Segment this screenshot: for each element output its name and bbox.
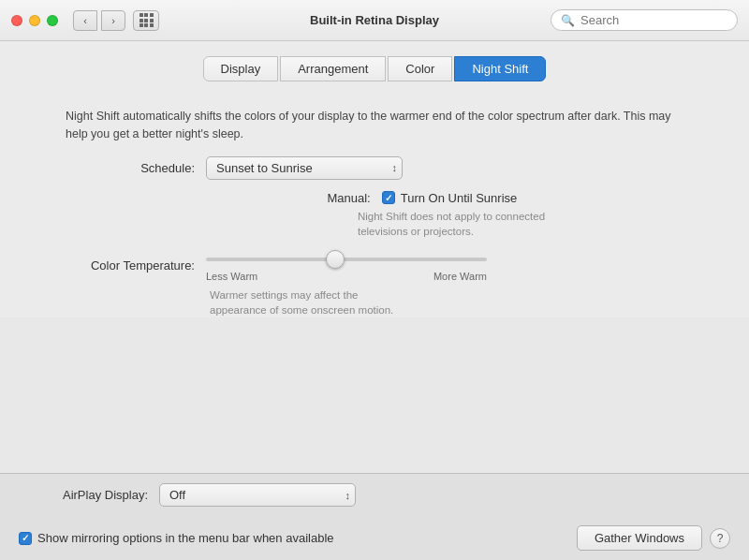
- temp-more-label: More Warm: [433, 271, 487, 282]
- tab-display[interactable]: Display: [203, 56, 279, 81]
- mirror-checkbox[interactable]: [19, 532, 32, 545]
- nav-buttons: ‹ ›: [73, 10, 125, 31]
- bottom-right: Gather Windows ?: [577, 525, 730, 551]
- forward-button[interactable]: ›: [101, 10, 125, 31]
- mirror-row: Show mirroring options in the menu bar w…: [0, 516, 749, 560]
- manual-row: Manual: Turn On Until Sunrise Night Shif…: [56, 191, 693, 239]
- back-button[interactable]: ‹: [73, 10, 97, 31]
- manual-checkbox[interactable]: [382, 191, 395, 204]
- schedule-select[interactable]: Off Custom Sunset to Sunrise: [206, 156, 403, 180]
- traffic-lights: [11, 15, 58, 26]
- manual-checkbox-text: Turn On Until Sunrise: [401, 191, 518, 205]
- schedule-row: Schedule: Off Custom Sunset to Sunrise ↕: [56, 156, 693, 180]
- search-icon: 🔍: [561, 14, 575, 27]
- gather-windows-button[interactable]: Gather Windows: [577, 525, 702, 551]
- temp-slider-container: Less Warm More Warm: [206, 250, 487, 282]
- minimize-button[interactable]: [29, 15, 40, 26]
- manual-note: Night Shift does not apply to connectedt…: [354, 209, 545, 239]
- grid-button[interactable]: [133, 10, 159, 31]
- schedule-label: Schedule:: [56, 161, 206, 175]
- temp-row: Color Temperature: Less Warm More Warm: [56, 250, 693, 282]
- airplay-select-wrapper: Off On - Mirroring On - Extended Display…: [159, 483, 356, 507]
- airplay-select[interactable]: Off On - Mirroring On - Extended Display: [159, 483, 356, 507]
- temp-note: Warmer settings may affect theappearance…: [206, 287, 693, 317]
- window-title: Built-in Retina Display: [310, 13, 439, 27]
- mirror-label: Show mirroring options in the menu bar w…: [37, 531, 334, 545]
- tab-night-shift[interactable]: Night Shift: [454, 56, 546, 81]
- help-button[interactable]: ?: [710, 528, 730, 549]
- airplay-label: AirPlay Display:: [37, 488, 159, 502]
- tab-color[interactable]: Color: [388, 56, 452, 81]
- grid-icon: [140, 13, 154, 27]
- slider-thumb[interactable]: [326, 250, 345, 269]
- temp-less-label: Less Warm: [206, 271, 257, 282]
- schedule-select-wrapper: Off Custom Sunset to Sunrise ↕: [206, 156, 403, 180]
- night-shift-description: Night Shift automatically shifts the col…: [37, 93, 712, 156]
- manual-checkbox-label[interactable]: Turn On Until Sunrise: [382, 191, 518, 205]
- main-content: Night Shift automatically shifts the col…: [0, 93, 749, 317]
- slider-line: [206, 258, 487, 261]
- search-box[interactable]: 🔍: [551, 9, 738, 31]
- form-area: Schedule: Off Custom Sunset to Sunrise ↕…: [37, 156, 712, 317]
- slider-labels: Less Warm More Warm: [206, 271, 487, 282]
- maximize-button[interactable]: [47, 15, 58, 26]
- manual-main: Manual: Turn On Until Sunrise: [232, 191, 518, 205]
- tab-arrangement[interactable]: Arrangement: [280, 56, 386, 81]
- slider-track: [206, 250, 487, 269]
- airplay-row: AirPlay Display: Off On - Mirroring On -…: [0, 474, 749, 516]
- bottom-section: AirPlay Display: Off On - Mirroring On -…: [0, 473, 749, 560]
- close-button[interactable]: [11, 15, 22, 26]
- temp-label: Color Temperature:: [56, 258, 206, 273]
- titlebar: ‹ › Built-in Retina Display 🔍: [0, 0, 749, 41]
- manual-label: Manual:: [232, 191, 382, 205]
- mirror-left: Show mirroring options in the menu bar w…: [19, 531, 334, 545]
- tab-bar: Display Arrangement Color Night Shift: [0, 41, 749, 93]
- search-input[interactable]: [580, 13, 727, 27]
